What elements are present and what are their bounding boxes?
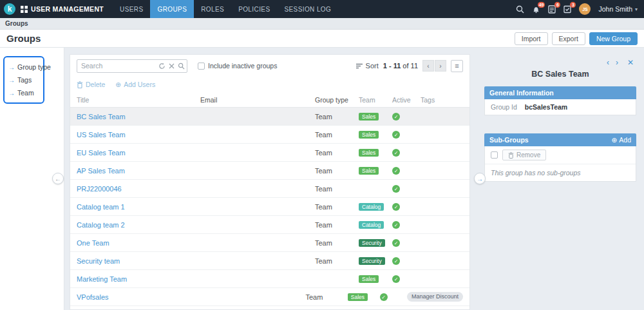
team-badge: Catalog	[359, 203, 384, 211]
active-check-icon: ✓	[392, 221, 400, 229]
group-title-link[interactable]: One Team	[77, 239, 109, 247]
breadcrumb[interactable]: Groups	[5, 20, 28, 27]
detail-next-button[interactable]: ›	[616, 58, 618, 67]
group-type: Team	[315, 203, 359, 211]
table-row[interactable]: Catalog team 2TeamCatalog✓	[70, 216, 469, 234]
detail-close-button[interactable]: ✕	[627, 58, 634, 67]
nav-item-policies[interactable]: POLICIES	[231, 0, 277, 18]
add-users-button[interactable]: ⊕ Add Users	[115, 81, 155, 88]
arrow-right-icon: →	[8, 64, 15, 71]
add-subgroup-label: Add	[619, 136, 631, 144]
table-row[interactable]: One TeamTeamSecurity✓	[70, 234, 469, 252]
general-information-header: General Information	[484, 86, 636, 99]
group-title-link[interactable]: US Sales Team	[77, 131, 126, 139]
include-inactive-label: Include inactive groups	[208, 62, 277, 70]
group-title-link[interactable]: AP Sales Team	[77, 167, 125, 175]
add-users-label: Add Users	[124, 81, 155, 88]
group-type: Team	[315, 113, 359, 121]
new-group-button[interactable]: New Group	[589, 32, 638, 45]
delete-button[interactable]: Delete	[77, 81, 105, 88]
clear-icon[interactable]	[169, 63, 175, 69]
detail-prev-button[interactable]: ‹	[607, 58, 609, 67]
sidebar-item-tags[interactable]: →Tags	[7, 73, 41, 86]
table-row[interactable]: Security teamTeamSecurity✓	[70, 252, 469, 270]
import-button[interactable]: Import	[515, 32, 548, 45]
app-title: USER MANAGEMENT	[31, 5, 104, 13]
expand-detail-button[interactable]: →	[474, 173, 486, 184]
tasks-icon[interactable]: 6	[548, 5, 556, 14]
page-header: Groups Import Export New Group	[0, 30, 644, 48]
column-header[interactable]: Email	[200, 96, 315, 104]
list-menu-button[interactable]: ≡	[451, 60, 463, 72]
group-title-link[interactable]: Marketing Team	[77, 275, 127, 283]
list-controls: Include inactive groups Sort 1 - 11 of 1…	[70, 55, 469, 77]
group-title-link[interactable]: PRJ22000046	[77, 185, 122, 193]
table-row[interactable]: VPofsalesTeamSales✓Manager Discount	[70, 288, 469, 306]
group-title-link[interactable]: Security team	[77, 257, 120, 265]
logo[interactable]: k	[4, 3, 15, 15]
table-row[interactable]: Catalog team 1TeamCatalog✓	[70, 198, 469, 216]
export-button[interactable]: Export	[552, 32, 585, 45]
breadcrumb-bar: Groups	[0, 18, 644, 30]
column-header[interactable]: Active	[392, 96, 421, 104]
group-type: Team	[315, 257, 359, 265]
avatar[interactable]: JS	[579, 3, 591, 15]
group-title-link[interactable]: Catalog team 2	[77, 221, 125, 229]
sidebar-item-team[interactable]: →Team	[7, 86, 41, 99]
collapse-sidebar-button[interactable]: ←	[52, 173, 64, 184]
nav-item-roles[interactable]: ROLES	[194, 0, 231, 18]
search-submit-icon[interactable]	[178, 63, 185, 70]
nav-item-groups[interactable]: GROUPS	[150, 0, 194, 18]
app-grid-icon	[21, 6, 28, 13]
group-title-link[interactable]: VPofsales	[77, 293, 109, 301]
delete-label: Delete	[86, 81, 105, 88]
notifications-badge: 49	[538, 2, 545, 8]
user-menu[interactable]: John Smith ▾	[598, 5, 638, 13]
refresh-icon[interactable]	[158, 63, 166, 70]
group-title-link[interactable]: Catalog team 1	[77, 203, 125, 211]
table-row[interactable]: BC Sales TeamTeamSales✓	[70, 108, 469, 126]
page-prev-button[interactable]: ‹	[422, 60, 434, 72]
sort-button[interactable]: Sort	[356, 62, 379, 70]
table-row[interactable]: Marketing TeamSales✓	[70, 270, 469, 288]
column-header[interactable]: Title	[77, 96, 200, 104]
nav-item-users[interactable]: USERS	[113, 0, 150, 18]
column-header[interactable]: Group type	[315, 96, 359, 104]
include-inactive-checkbox[interactable]: Include inactive groups	[198, 62, 277, 70]
column-header[interactable]: Tags	[421, 96, 463, 104]
remove-subgroup-button[interactable]: Remove	[502, 150, 546, 160]
nav-item-session-log[interactable]: SESSION LOG	[277, 0, 338, 18]
table-row[interactable]: US Sales TeamTeamSales✓	[70, 126, 469, 144]
table-row[interactable]: PRJ22000046Team✓	[70, 180, 469, 198]
group-title-link[interactable]: BC Sales Team	[77, 113, 126, 121]
page-actions: Import Export New Group	[515, 32, 638, 45]
page-next-button[interactable]: ›	[435, 60, 446, 72]
active-check-icon: ✓	[392, 185, 400, 193]
active-check-icon: ✓	[392, 113, 400, 121]
team-badge: Security	[359, 239, 385, 247]
sidebar-item-group-type[interactable]: →Group type	[7, 61, 41, 73]
table-row[interactable]: AP Sales TeamTeamSales✓	[70, 162, 469, 180]
checkbox-icon[interactable]	[198, 63, 205, 70]
add-subgroup-button[interactable]: ⊕ Add	[612, 136, 632, 144]
active-check-icon: ✓	[380, 293, 388, 301]
search-icon[interactable]	[516, 5, 524, 14]
active-check-icon: ✓	[392, 275, 400, 283]
team-badge: Sales	[359, 167, 379, 175]
detail-panel: ‹ › ✕ BC Sales Team General Information …	[484, 54, 636, 310]
active-check-icon: ✓	[392, 203, 400, 211]
sort-label: Sort	[366, 62, 379, 70]
group-title-link[interactable]: EU Sales Team	[77, 149, 126, 157]
general-information-title: General Information	[489, 89, 554, 97]
plus-circle-icon: ⊕	[612, 136, 618, 144]
team-badge: Sales	[359, 113, 379, 121]
table-row[interactable]: EU Sales TeamTeamSales✓	[70, 144, 469, 162]
subgroup-select-all-checkbox[interactable]	[491, 151, 498, 159]
notifications-icon[interactable]: 49	[532, 5, 540, 14]
team-badge: Sales	[348, 293, 368, 302]
approvals-icon[interactable]: 3	[564, 5, 571, 14]
sidebar-item-label: Team	[17, 89, 34, 97]
arrow-right-icon: →	[8, 77, 15, 84]
chevron-right-icon: ›	[439, 63, 441, 70]
column-header[interactable]: Team	[359, 96, 392, 104]
